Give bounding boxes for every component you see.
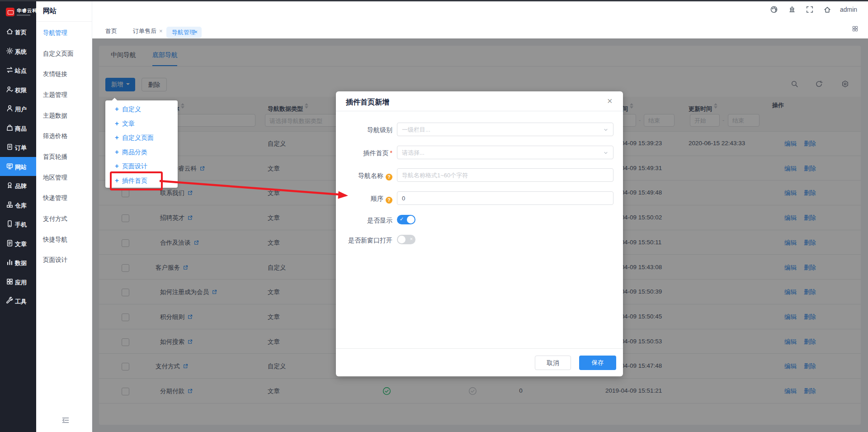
field-label-show: 是否显示: [336, 217, 392, 225]
add-menu-item-1[interactable]: +文章: [105, 117, 178, 131]
plus-icon: +: [115, 148, 119, 156]
plus-icon: +: [115, 119, 119, 127]
order-input[interactable]: [397, 191, 613, 205]
window-top-edge: [0, 0, 868, 1]
sidebar-item-phone[interactable]: 手机: [0, 214, 36, 233]
tab-options-grid-icon[interactable]: [852, 25, 859, 32]
submenu-item-8[interactable]: 快递管理: [36, 193, 92, 203]
order-icon: [6, 143, 14, 151]
divider: [336, 111, 623, 111]
submenu-item-10[interactable]: 快捷导航: [36, 234, 92, 244]
fullscreen-icon[interactable]: [806, 5, 814, 14]
brand-icon: [6, 181, 14, 189]
divider: [336, 348, 623, 349]
secondary-sidebar: 网站 导航管理自定义页面友情链接主题管理主题数据筛选价格首页轮播地区管理快递管理…: [36, 0, 92, 432]
article-icon: [6, 239, 14, 247]
toggle-knob: [407, 216, 415, 223]
submenu-item-11[interactable]: 页面设计: [36, 255, 92, 265]
page-tab-order-after-sales[interactable]: 订单售后×: [133, 27, 163, 35]
chevron-down-icon: [603, 127, 609, 133]
sidebar-item-auth[interactable]: 权限: [0, 80, 36, 99]
plus-icon: +: [115, 105, 119, 113]
sidebar-item-swap[interactable]: 站点: [0, 61, 36, 80]
chevron-down-icon: [603, 150, 609, 156]
plus-icon: +: [115, 133, 119, 141]
submenu-item-0[interactable]: 导航管理: [36, 28, 92, 38]
sidebar-item-article[interactable]: 文章: [0, 234, 36, 253]
sidebar-item-site[interactable]: 网站: [0, 157, 36, 176]
add-menu-item-3[interactable]: +商品分类: [105, 145, 178, 160]
close-icon[interactable]: ×: [159, 28, 163, 34]
sidebar-item-warehouse[interactable]: 仓库: [0, 195, 36, 214]
clear-cache-icon[interactable]: [788, 5, 796, 14]
help-icon[interactable]: ?: [386, 197, 392, 204]
save-button[interactable]: 保存: [579, 356, 616, 370]
sidebar-item-order[interactable]: 订单: [0, 138, 36, 157]
close-icon[interactable]: ×: [194, 28, 198, 35]
user-menu[interactable]: admin: [840, 6, 857, 13]
data-icon: [6, 258, 14, 266]
field-label-level: 导航级别: [336, 126, 392, 134]
plus-icon: +: [115, 162, 119, 170]
home-icon[interactable]: [823, 5, 831, 14]
x-icon: ×: [410, 236, 413, 242]
fullscreen-icon[interactable]: [806, 5, 814, 14]
nav-name-input[interactable]: [397, 168, 613, 182]
sidebar-item-home[interactable]: 首页: [0, 22, 36, 41]
sidebar-item-tool[interactable]: 工具: [0, 291, 36, 310]
brand-name: 华睿云科: [17, 8, 38, 14]
field-label-order: 顺序?: [336, 195, 392, 204]
page-tab-home[interactable]: 首页: [105, 27, 117, 35]
submenu-item-3[interactable]: 主题管理: [36, 90, 92, 100]
main-sidebar: 华睿云科 首页系统站点权限用户商品订单网站品牌仓库手机文章数据应用工具: [0, 0, 36, 432]
help-icon[interactable]: ?: [386, 174, 392, 180]
modal-title: 插件首页新增: [346, 98, 389, 107]
field-label-name: 导航名称?: [336, 172, 392, 180]
plugin-home-add-modal: 插件首页新增 × 导航级别 一级栏目... 插件首页* 请选择... 导航名称?…: [336, 91, 623, 376]
logo-mark-icon: [6, 8, 14, 16]
clear-cache-icon[interactable]: [788, 5, 796, 14]
warehouse-icon: [6, 201, 14, 209]
gear-icon: [6, 47, 14, 55]
submenu-item-6[interactable]: 首页轮播: [36, 152, 92, 161]
chevron-down-icon: [603, 150, 609, 156]
brand-subtext: [17, 14, 30, 16]
close-icon[interactable]: ×: [607, 96, 613, 106]
module-title: 网站: [43, 7, 57, 15]
chevron-down-icon: [603, 127, 609, 133]
new-window-toggle[interactable]: ×: [397, 235, 415, 244]
submenu-item-5[interactable]: 筛选价格: [36, 131, 92, 141]
submenu-item-2[interactable]: 友情链接: [36, 69, 92, 79]
collapse-sidebar-icon[interactable]: [61, 416, 70, 424]
theme-palette-icon[interactable]: [770, 5, 778, 14]
tool-icon: [6, 297, 14, 304]
sidebar-item-brand[interactable]: 品牌: [0, 176, 36, 195]
cancel-button[interactable]: 取消: [535, 356, 571, 370]
field-label-plugin: 插件首页*: [336, 149, 392, 157]
add-menu-item-2[interactable]: +自定义页面: [105, 131, 178, 145]
home-icon[interactable]: [823, 5, 831, 14]
site-icon: [6, 162, 14, 170]
app-icon: [6, 278, 14, 285]
tab-options-grid-icon[interactable]: [852, 25, 859, 32]
nav-level-select[interactable]: 一级栏目...: [397, 123, 613, 136]
sidebar-item-app[interactable]: 应用: [0, 272, 36, 291]
sidebar-item-data[interactable]: 数据: [0, 253, 36, 272]
submenu-item-7[interactable]: 地区管理: [36, 172, 92, 182]
submenu-item-1[interactable]: 自定义页面: [36, 48, 92, 58]
theme-palette-icon[interactable]: [770, 5, 778, 14]
auth-icon: [6, 85, 14, 93]
show-toggle[interactable]: ✓: [397, 215, 415, 224]
sidebar-item-goods[interactable]: 商品: [0, 119, 36, 138]
collapse-sidebar-icon[interactable]: [61, 416, 70, 424]
submenu-item-9[interactable]: 支付方式: [36, 214, 92, 223]
swap-icon: [6, 66, 14, 74]
user-icon: [6, 104, 14, 112]
plugin-home-select[interactable]: 请选择...: [397, 146, 613, 159]
page-tab-nav-management[interactable]: 导航管理×: [166, 27, 202, 38]
submenu-item-4[interactable]: 主题数据: [36, 110, 92, 120]
top-bar: admin: [92, 0, 868, 22]
add-menu-item-0[interactable]: +自定义: [105, 102, 178, 117]
sidebar-item-user[interactable]: 用户: [0, 99, 36, 118]
sidebar-item-gear[interactable]: 系统: [0, 42, 36, 61]
